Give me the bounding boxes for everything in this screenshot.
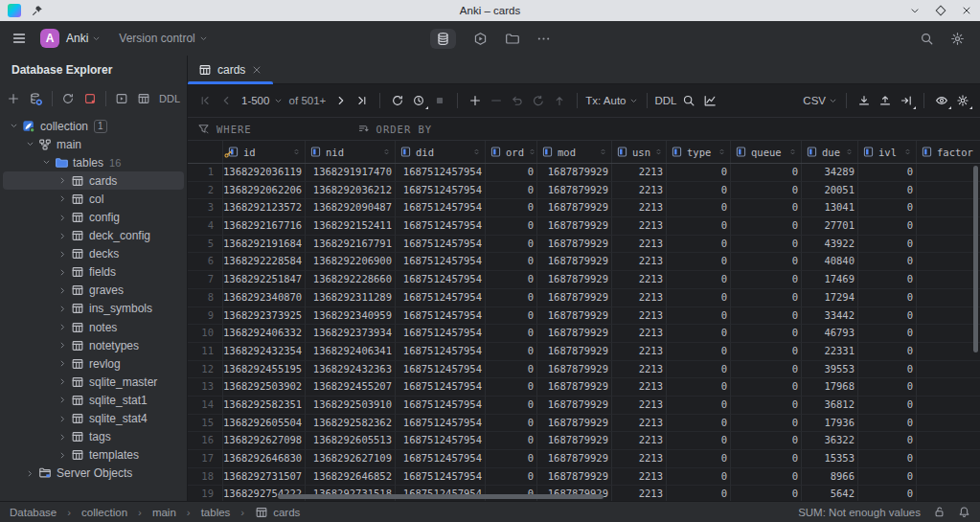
- tree-item-sqlite-stat1[interactable]: sqlite_stat1: [3, 391, 184, 409]
- cell-due[interactable]: 17968: [802, 378, 858, 397]
- refresh-button[interactable]: [61, 92, 75, 105]
- breadcrumb-item-main[interactable]: main: [152, 507, 176, 518]
- cell-queue[interactable]: 0: [731, 236, 802, 254]
- column-header-usn[interactable]: usn: [612, 141, 667, 163]
- cell-id[interactable]: 1368292503902: [223, 378, 306, 397]
- cell-did[interactable]: 1687512457954: [396, 378, 486, 397]
- cell-due[interactable]: 27701: [802, 217, 858, 236]
- lock-open-icon[interactable]: [933, 506, 946, 518]
- cell-ord[interactable]: 0: [486, 217, 537, 236]
- cell-factor[interactable]: [917, 450, 980, 468]
- tree-item-collection[interactable]: collection 1: [3, 117, 184, 135]
- where-filter[interactable]: WHERE: [197, 123, 252, 135]
- cell-nid[interactable]: 1368292152411: [306, 217, 396, 236]
- cell-mod[interactable]: 1687879929: [537, 468, 612, 487]
- cell-due[interactable]: 33442: [802, 307, 858, 326]
- horizontal-scrollbar[interactable]: [278, 494, 604, 499]
- cell-type[interactable]: 0: [667, 432, 731, 450]
- submit-button[interactable]: [550, 91, 569, 110]
- cell-type[interactable]: 0: [667, 415, 731, 433]
- cell-type[interactable]: 0: [667, 397, 731, 415]
- cell-usn[interactable]: 2213: [612, 486, 667, 501]
- cell-factor[interactable]: [917, 486, 980, 501]
- cell-ord[interactable]: 0: [486, 182, 537, 200]
- chevron-right-icon[interactable]: [55, 285, 70, 296]
- cell-did[interactable]: 1687512457954: [396, 217, 486, 236]
- cell-ivl[interactable]: 0: [858, 253, 917, 271]
- column-header-did[interactable]: did: [396, 141, 486, 163]
- cell-did[interactable]: 1687512457954: [396, 289, 486, 307]
- cell-type[interactable]: 0: [667, 289, 731, 307]
- cell-ord[interactable]: 0: [486, 415, 537, 433]
- column-header-nid[interactable]: nid: [306, 141, 396, 163]
- chevron-right-icon[interactable]: [55, 322, 70, 332]
- vcs-widget[interactable]: Version control: [119, 32, 194, 45]
- cell-due[interactable]: 43922: [802, 236, 858, 254]
- cell-factor[interactable]: [917, 325, 980, 343]
- cell-ivl[interactable]: 0: [858, 325, 917, 343]
- cell-due[interactable]: 8966: [802, 468, 858, 487]
- cell-type[interactable]: 0: [667, 343, 731, 361]
- row-number[interactable]: 2: [188, 182, 223, 200]
- sort-updown-icon[interactable]: [382, 148, 391, 156]
- row-number[interactable]: 12: [188, 361, 223, 379]
- sort-updown-icon[interactable]: [718, 148, 726, 156]
- database-button[interactable]: [430, 29, 456, 49]
- cell-nid[interactable]: 1368292206900: [306, 253, 396, 271]
- cell-ivl[interactable]: 0: [858, 432, 917, 450]
- export-format-dropdown[interactable]: CSV: [803, 95, 826, 106]
- cell-id[interactable]: 1368292406332: [223, 325, 306, 343]
- cell-type[interactable]: 0: [667, 468, 731, 487]
- tree-item-sqlite-stat4[interactable]: sqlite_stat4: [3, 410, 184, 428]
- tree-item-notes[interactable]: notes: [3, 318, 184, 336]
- first-page-button[interactable]: [195, 91, 215, 110]
- row-number[interactable]: 9: [188, 307, 223, 326]
- cell-nid[interactable]: 1368292167791: [306, 236, 396, 254]
- cell-queue[interactable]: 0: [731, 415, 802, 433]
- cell-did[interactable]: 1687512457954: [396, 253, 486, 271]
- cell-ord[interactable]: 0: [486, 253, 537, 271]
- vertical-scrollbar[interactable]: [973, 166, 978, 352]
- next-page-button[interactable]: [331, 91, 351, 110]
- cell-ord[interactable]: 0: [486, 307, 537, 326]
- view-options-button[interactable]: [932, 91, 951, 110]
- row-number[interactable]: 11: [188, 343, 223, 361]
- cell-factor[interactable]: [917, 253, 980, 271]
- cell-mod[interactable]: 1687879929: [537, 343, 612, 361]
- chevron-right-icon[interactable]: [55, 340, 70, 351]
- tree-item-notetypes[interactable]: notetypes: [3, 336, 184, 354]
- cell-nid[interactable]: 1368292373934: [306, 325, 396, 343]
- cell-usn[interactable]: 2213: [612, 307, 667, 326]
- chevron-right-icon[interactable]: [55, 267, 70, 278]
- cell-usn[interactable]: 2213: [612, 271, 667, 289]
- page-range-dropdown[interactable]: 1-500: [241, 95, 269, 106]
- cell-queue[interactable]: 0: [731, 450, 802, 468]
- cell-queue[interactable]: 0: [731, 378, 802, 397]
- cell-due[interactable]: 34289: [802, 164, 858, 182]
- breadcrumb-item-cards[interactable]: cards: [273, 507, 300, 518]
- cell-type[interactable]: 0: [667, 307, 731, 326]
- column-header-due[interactable]: due: [802, 141, 858, 163]
- ddl-button[interactable]: DDL: [655, 95, 677, 106]
- cell-factor[interactable]: [917, 432, 980, 450]
- cell-type[interactable]: 0: [667, 486, 731, 501]
- tree-item-revlog[interactable]: revlog: [3, 354, 184, 373]
- cell-mod[interactable]: 1687879929: [537, 164, 612, 182]
- cell-mod[interactable]: 1687879929: [537, 182, 612, 200]
- cell-id[interactable]: 1368292373925: [223, 307, 306, 326]
- cell-usn[interactable]: 2213: [612, 397, 667, 415]
- cell-ord[interactable]: 0: [486, 397, 537, 415]
- cell-queue[interactable]: 0: [731, 343, 802, 361]
- cell-ivl[interactable]: 0: [858, 199, 917, 217]
- tree-item-tags[interactable]: tags: [3, 428, 184, 446]
- cell-nid[interactable]: 1368292432363: [306, 361, 396, 379]
- chevron-right-icon[interactable]: [55, 450, 70, 461]
- close-button[interactable]: [961, 5, 972, 16]
- cell-id[interactable]: 1368292167716: [223, 217, 306, 236]
- cell-id[interactable]: 1368292191684: [223, 236, 306, 254]
- cell-usn[interactable]: 2213: [612, 217, 667, 236]
- cell-ord[interactable]: 0: [486, 289, 537, 307]
- cell-id[interactable]: 1368292627098: [223, 432, 306, 450]
- previous-page-button[interactable]: [217, 91, 236, 110]
- row-number[interactable]: 13: [188, 378, 223, 397]
